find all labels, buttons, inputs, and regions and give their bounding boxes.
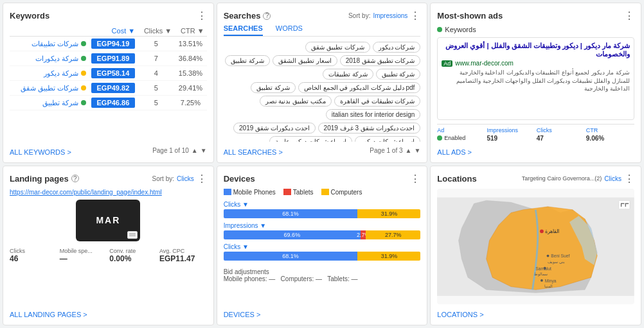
lp-title: Landing pages [10, 174, 69, 184]
search-tag[interactable]: pdf دليل شركات الديكور في الجمع الخاص [298, 82, 421, 93]
chevron-up-searches[interactable]: ▲ [406, 147, 412, 154]
svg-rect-15 [619, 200, 630, 209]
search-tag[interactable]: italian sites for interior design [326, 109, 421, 120]
bar-label[interactable]: Impressions ▼ [224, 222, 421, 229]
lp-sort-value[interactable]: Clicks [177, 175, 194, 182]
search-tag[interactable]: شركة تطبيقات [323, 69, 373, 80]
col-ctr[interactable]: CTR ▼ [174, 26, 206, 37]
chevron-down-searches[interactable]: ▼ [414, 147, 420, 154]
bar-mobile: 69.6% [224, 230, 361, 239]
searches-help-icon[interactable]: ? [263, 12, 271, 20]
lp-help-icon[interactable]: ? [71, 175, 79, 182]
stat-header-clicks: Clicks [537, 127, 585, 134]
lp-metric: Conv. rate 0.00% [109, 248, 157, 263]
keywords-more-icon[interactable]: ⋮ [197, 10, 207, 22]
lp-header: Landing pages ? Sort by: Clicks ⋮ [10, 173, 207, 185]
stat-ctr: 9.06% [586, 135, 634, 142]
kw-name[interactable]: شركات تطبيق شقق [12, 84, 86, 92]
ad-badge: Ad [442, 60, 452, 67]
locations-map: القاهرة Beni Suef بني سويف Samalut سمالو… [437, 189, 634, 305]
landing-pages-card: Landing pages ? Sort by: Clicks ⋮ https:… [3, 166, 214, 326]
all-devices-link[interactable]: DEVICES > [224, 311, 261, 318]
all-keywords-link[interactable]: ALL KEYWORDS > [10, 148, 71, 156]
lp-footer: ALL LANDING PAGES > [10, 304, 207, 318]
search-tag[interactable]: اسماء شركات ديكور [355, 136, 421, 142]
kw-clicks: 5 [138, 96, 174, 110]
kw-name[interactable]: شركة تطبيق [12, 99, 86, 107]
locations-sort[interactable]: Clicks [604, 175, 622, 182]
all-lp-link[interactable]: ALL LANDING PAGES > [10, 311, 87, 318]
kw-name[interactable]: شركات تطبيقات [12, 40, 86, 48]
keywords-card: Keywords ⋮ Cost ▼ Clicks ▼ CTR ▼ [3, 3, 214, 163]
searches-title: Searches [224, 11, 261, 21]
all-searches-link[interactable]: ALL SEARCHES > [224, 148, 283, 156]
kw-name[interactable]: شركة ديكورات [12, 55, 86, 63]
searches-page-info: Page 1 of 3 ▲ ▼ [370, 147, 420, 154]
tab-searches[interactable]: SEARCHES [224, 24, 263, 36]
devices-bars: Clicks ▼ 68.1% 31.9% Impressions ▼ 69.6%… [224, 201, 421, 264]
devices-card: Devices ⋮ Mobile Phones Tablets Computer… [217, 166, 428, 326]
kw-cost: EGP94.19 [91, 39, 136, 49]
search-tag[interactable]: احدث ديكورات شقق 2019 [233, 123, 316, 134]
search-tag[interactable]: اسماء شركات ديكور علمية [269, 136, 352, 142]
ads-header: Most-shown ads ⋮ [437, 10, 634, 22]
searches-more-icon[interactable]: ⋮ [410, 10, 420, 22]
searches-footer: ALL SEARCHES > Page 1 of 3 ▲ ▼ [224, 142, 421, 156]
keywords-page-info: Page 1 of 10 ▲ ▼ [152, 147, 207, 154]
lp-metric: Clicks 46 [10, 248, 57, 263]
bar-track: 68.1% 31.9% [224, 209, 421, 218]
device-bar-section: Clicks ▼ 68.1% 31.9% [224, 201, 421, 218]
lp-more-icon[interactable]: ⋮ [197, 173, 207, 185]
chevron-down-icon[interactable]: ▼ [201, 147, 207, 154]
search-tag[interactable]: شركات تطبيق شقق [305, 42, 370, 53]
all-locations-link[interactable]: LOCATIONS > [437, 311, 483, 318]
search-tag[interactable]: شركات تطبيقات في القاهرة [334, 96, 420, 107]
stat-header-ad: Ad [437, 127, 485, 134]
search-tag[interactable]: مكتب تطبيق بدنية نصر [260, 96, 332, 107]
tag-cloud: شركات ديكورشركات تطبيق شققشركات تطبيق شق… [224, 42, 421, 142]
lp-metric: Avg. CPC EGP11.47 [159, 248, 207, 263]
searches-header: Searches ? Sort by: Impressions ⋮ [224, 10, 421, 22]
locations-title: Locations [437, 174, 476, 184]
searches-sort-value[interactable]: Impressions [373, 12, 407, 19]
ad-status: Enabled [437, 135, 485, 142]
search-tag[interactable]: شركة تطبيق [251, 82, 296, 93]
search-tag[interactable]: شركات ديكور [373, 42, 421, 53]
svg-text:Samalut: Samalut [536, 266, 552, 270]
ads-more-icon[interactable]: ⋮ [624, 10, 634, 22]
kw-cost: EGP49.82 [91, 83, 136, 93]
targeting-label: Targeting Cairo Governora...(2) [522, 175, 602, 182]
bar-track: 69.6% 2.7% 27.7% [224, 230, 421, 239]
bar-label[interactable]: Clicks ▼ [224, 201, 421, 208]
svg-text:Minya: Minya [545, 278, 557, 283]
search-tag[interactable]: احدث ديكورات شقق 3 غرف 2019 [318, 123, 421, 134]
chevron-up-icon[interactable]: ▲ [192, 147, 198, 154]
search-tag[interactable]: شركة تطبيق [376, 69, 421, 80]
map-area: القاهرة Beni Suef بني سويف Samalut سمالو… [437, 189, 634, 305]
locations-more-icon[interactable]: ⋮ [624, 173, 634, 185]
tab-words[interactable]: WORDS [276, 24, 303, 36]
devices-more-icon[interactable]: ⋮ [410, 173, 420, 185]
bar-computers: 31.9% [357, 252, 420, 261]
stat-clicks: 47 [537, 135, 585, 142]
keywords-title: Keywords [10, 11, 49, 21]
stat-header-impressions: Impressions [487, 127, 535, 134]
col-cost[interactable]: Cost ▼ [89, 26, 138, 37]
landing-page-url[interactable]: https://mar-decor.com/public/landing_pag… [10, 189, 207, 196]
ads-footer: ALL ADS > [437, 142, 634, 156]
bar-label[interactable]: Clicks ▼ [224, 243, 421, 250]
legend-computers-box [321, 189, 329, 195]
search-tag[interactable]: اسعار تطبيق الشقق [273, 55, 337, 66]
locations-footer: LOCATIONS > [437, 304, 634, 318]
device-bar-section: Clicks ▼ 68.1% 31.9% [224, 243, 421, 261]
search-tag[interactable]: شركات تطبيق شقق 2018 [340, 55, 421, 66]
svg-text:المنيا: المنيا [544, 284, 553, 288]
col-clicks[interactable]: Clicks ▼ [138, 26, 174, 37]
kw-name[interactable]: شركة ديكور [12, 69, 86, 78]
status-dot [437, 135, 442, 141]
search-tag[interactable]: شركة تطبيق [225, 55, 270, 66]
svg-text:سمالوط: سمالوط [535, 272, 548, 277]
all-ads-link[interactable]: ALL ADS > [437, 148, 472, 156]
kw-ctr: 36.84% [174, 51, 206, 66]
kw-ctr: 7.25% [174, 96, 206, 110]
